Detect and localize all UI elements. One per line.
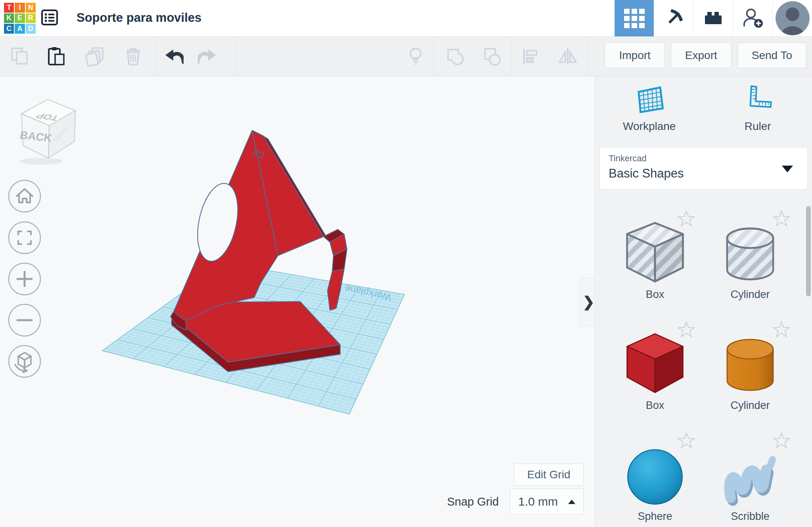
library-brand: Tinkercad bbox=[609, 153, 799, 164]
toolbar-separator bbox=[588, 36, 588, 76]
logo-letter: D bbox=[26, 24, 36, 34]
duplicate-button[interactable] bbox=[84, 46, 105, 67]
shape-library-select[interactable]: Tinkercad Basic Shapes bbox=[599, 147, 808, 190]
import-button[interactable]: Import bbox=[605, 42, 665, 68]
workplane-tool-label: Workplane bbox=[623, 120, 676, 133]
zoom-in-icon bbox=[17, 272, 32, 286]
export-button[interactable]: Export bbox=[671, 42, 732, 68]
brick-export-button[interactable] bbox=[693, 0, 733, 36]
workplane-icon bbox=[634, 84, 665, 115]
perspective-toggle-button[interactable] bbox=[8, 345, 41, 378]
delete-button[interactable] bbox=[123, 46, 144, 67]
apps-grid-icon bbox=[624, 9, 645, 28]
fit-view-icon bbox=[18, 231, 31, 244]
shapes-panel: Workplane Ruler Tinkercad Basic Shapes bbox=[595, 76, 812, 527]
tinkercad-logo[interactable]: T I N K E R C A D bbox=[4, 3, 36, 34]
panel-toggle[interactable]: ❯ bbox=[579, 278, 595, 326]
scene: Workplane bbox=[0, 76, 595, 527]
ruler-tool[interactable]: Ruler bbox=[704, 84, 812, 133]
undo-icon bbox=[162, 46, 184, 67]
logo-letter: K bbox=[4, 13, 14, 23]
favorite-star-icon[interactable] bbox=[677, 431, 696, 450]
shape-tile: Cylinder bbox=[705, 208, 795, 314]
undo-button[interactable] bbox=[162, 46, 184, 67]
account-menu-button[interactable] bbox=[773, 0, 812, 36]
view-cube[interactable]: TOP BACK LEFT bbox=[17, 95, 80, 166]
caret-down-icon bbox=[782, 166, 793, 172]
show-all-button[interactable] bbox=[405, 46, 426, 67]
edit-toolbar: Import Export Send To bbox=[0, 36, 812, 76]
fit-view-button[interactable] bbox=[8, 221, 41, 254]
paste-icon bbox=[45, 46, 66, 67]
caret-up-icon bbox=[568, 500, 575, 504]
snap-grid-label: Snap Grid bbox=[447, 495, 499, 508]
ungroup-button[interactable] bbox=[481, 46, 502, 67]
shape-label: Box bbox=[610, 399, 700, 412]
mirror-icon bbox=[557, 46, 578, 67]
add-person-icon bbox=[741, 7, 764, 30]
home-view-button[interactable] bbox=[8, 179, 41, 213]
send-to-button[interactable]: Send To bbox=[737, 42, 806, 68]
shape-thumb-red-box[interactable] bbox=[620, 330, 690, 399]
shape-thumb-hole-box[interactable] bbox=[620, 219, 690, 288]
shape-thumb-scribble[interactable] bbox=[715, 441, 785, 510]
logo-letter: N bbox=[26, 3, 36, 13]
phone-stand-model[interactable] bbox=[170, 130, 347, 372]
shape-label: Scribble bbox=[705, 510, 795, 523]
favorite-star-icon[interactable] bbox=[677, 209, 696, 228]
design-menu-icon[interactable] bbox=[41, 9, 58, 26]
ruler-tool-label: Ruler bbox=[745, 120, 771, 133]
paste-button[interactable] bbox=[45, 46, 66, 67]
copy-button[interactable] bbox=[9, 46, 31, 67]
invite-collaborator-button[interactable] bbox=[733, 0, 772, 36]
logo-letter: A bbox=[15, 24, 25, 34]
favorite-star-icon[interactable] bbox=[772, 209, 791, 228]
design-title[interactable]: Soporte para moviles bbox=[77, 11, 201, 25]
dashboard-grid-button[interactable] bbox=[615, 0, 654, 36]
perspective-icon bbox=[15, 353, 31, 372]
shape-tile: Cylinder bbox=[705, 319, 795, 425]
group-button[interactable] bbox=[443, 46, 465, 67]
avatar bbox=[775, 1, 810, 36]
toolbar-separator bbox=[434, 36, 434, 76]
shape-thumb-orange-cylinder[interactable] bbox=[715, 330, 785, 399]
redo-button[interactable] bbox=[198, 46, 219, 67]
copy-icon bbox=[9, 46, 31, 67]
minecraft-export-button[interactable] bbox=[654, 0, 693, 36]
shape-tile: Scribble bbox=[705, 430, 795, 527]
edit-grid-button[interactable]: Edit Grid bbox=[514, 464, 584, 486]
shape-label: Box bbox=[610, 288, 700, 301]
shape-tile: Sphere bbox=[610, 430, 700, 527]
shape-tile: Box bbox=[610, 319, 700, 425]
zoom-out-button[interactable] bbox=[8, 304, 41, 337]
shape-thumb-blue-sphere[interactable] bbox=[620, 441, 690, 510]
shape-tile: Box bbox=[610, 208, 700, 314]
mirror-button[interactable] bbox=[557, 46, 578, 67]
panel-scrollbar[interactable] bbox=[806, 206, 811, 296]
snap-grid-value: 1.0 mm bbox=[518, 495, 558, 508]
workplane-tool[interactable]: Workplane bbox=[595, 84, 704, 133]
group-icon bbox=[443, 46, 465, 67]
ungroup-icon bbox=[481, 46, 502, 67]
toolbar-separator bbox=[155, 36, 156, 76]
ruler-icon bbox=[742, 84, 774, 115]
favorite-star-icon[interactable] bbox=[772, 431, 791, 450]
logo-letter: C bbox=[4, 24, 14, 34]
shape-label: Sphere bbox=[610, 510, 700, 523]
shape-label: Cylinder bbox=[705, 288, 795, 301]
3d-viewport[interactable]: Workplane bbox=[0, 76, 595, 527]
brick-icon bbox=[702, 7, 724, 29]
align-icon bbox=[519, 46, 541, 67]
snap-grid-select[interactable]: 1.0 mm bbox=[510, 489, 584, 515]
toolbar-separator bbox=[236, 36, 236, 76]
trash-icon bbox=[123, 46, 144, 67]
align-button[interactable] bbox=[519, 46, 541, 67]
favorite-star-icon[interactable] bbox=[677, 320, 696, 339]
redo-icon bbox=[198, 46, 219, 67]
shape-thumb-hole-cylinder[interactable] bbox=[715, 219, 785, 288]
duplicate-icon bbox=[84, 46, 105, 67]
zoom-in-button[interactable] bbox=[8, 262, 41, 296]
toolbar-separator bbox=[511, 36, 512, 76]
favorite-star-icon[interactable] bbox=[772, 320, 791, 339]
home-icon bbox=[17, 189, 33, 202]
